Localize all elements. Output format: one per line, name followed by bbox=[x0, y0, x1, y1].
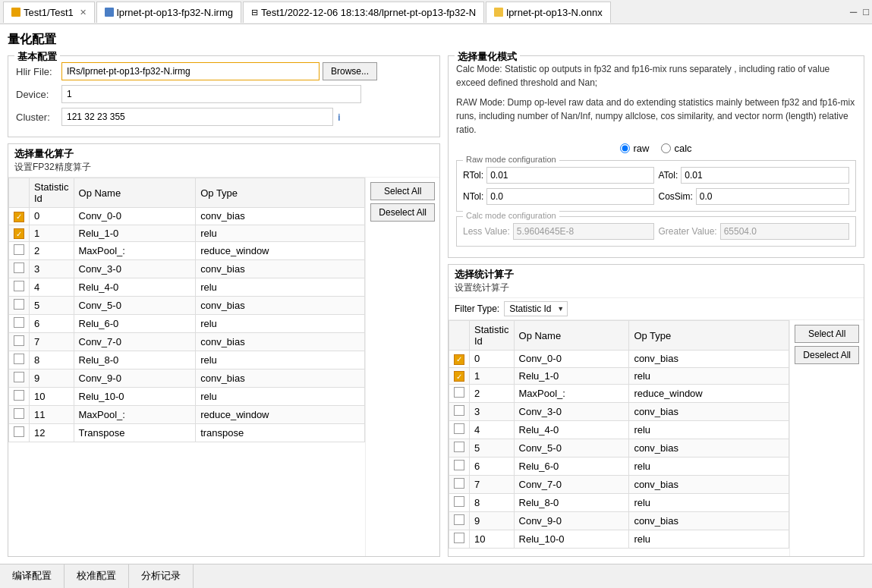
radio-row: raw calc bbox=[456, 143, 856, 154]
stat-op-title: 选择统计算子 bbox=[455, 268, 858, 281]
stat-row-optype-3: conv_bias bbox=[629, 403, 789, 421]
row-cb-7[interactable] bbox=[9, 333, 30, 351]
atol-input[interactable] bbox=[681, 167, 849, 184]
device-label: Device: bbox=[16, 89, 61, 100]
tab-test1[interactable]: Test1/Test1 ✕ bbox=[3, 2, 95, 23]
quant-op-col-type: Op Type bbox=[196, 178, 365, 208]
radio-calc-label[interactable]: calc bbox=[661, 143, 691, 154]
stat-row-cb-10[interactable] bbox=[449, 530, 470, 549]
stat-row-optype-10: relu bbox=[629, 530, 789, 549]
maximize-icon[interactable]: □ bbox=[863, 6, 869, 17]
tab-analysis-log[interactable]: 分析记录 bbox=[129, 564, 194, 588]
stat-row-cb-7[interactable] bbox=[449, 476, 470, 494]
filter-select[interactable]: Statistic Id Op Name Op Type bbox=[504, 301, 568, 316]
stat-row-cb-8[interactable] bbox=[449, 494, 470, 512]
row-cb-11[interactable] bbox=[9, 406, 30, 424]
row-cb-9[interactable] bbox=[9, 369, 30, 388]
table-row: ✓ 1 Relu_1-0 relu bbox=[449, 367, 789, 385]
row-cb-8[interactable] bbox=[9, 351, 30, 369]
quant-op-buttons: Select All Deselect All bbox=[365, 178, 439, 556]
stat-row-cb-1[interactable]: ✓ bbox=[449, 367, 470, 385]
row-opname-11: MaxPool_: bbox=[74, 406, 196, 424]
row-cb-10[interactable] bbox=[9, 388, 30, 406]
quant-deselect-all-button[interactable]: Deselect All bbox=[370, 203, 435, 222]
row-cb-6[interactable] bbox=[9, 315, 30, 333]
row-opname-3: Conv_3-0 bbox=[74, 260, 196, 278]
stat-op-col-type: Op Type bbox=[629, 321, 789, 351]
row-cb-0[interactable]: ✓ bbox=[9, 208, 30, 225]
stat-row-cb-3[interactable] bbox=[449, 403, 470, 421]
stat-row-cb-4[interactable] bbox=[449, 421, 470, 439]
cossim-input[interactable] bbox=[696, 188, 849, 205]
rtol-row: RTol: bbox=[463, 167, 654, 184]
ntol-input[interactable] bbox=[486, 188, 653, 205]
row-cb-2[interactable] bbox=[9, 242, 30, 260]
info-icon[interactable]: i bbox=[338, 112, 341, 123]
row-id-0: 0 bbox=[30, 208, 74, 225]
row-cb-12[interactable] bbox=[9, 424, 30, 442]
browse-button[interactable]: Browse... bbox=[323, 62, 377, 80]
greater-label: Greater Value: bbox=[659, 226, 717, 237]
row-cb-5[interactable] bbox=[9, 297, 30, 315]
stat-row-cb-6[interactable] bbox=[449, 458, 470, 476]
row-optype-3: conv_bias bbox=[196, 260, 365, 278]
row-optype-7: conv_bias bbox=[196, 333, 365, 351]
stat-op-table-wrapper[interactable]: Statistic Id Op Name Op Type ✓ 0 Conv_0-… bbox=[449, 320, 789, 556]
stat-select-all-button[interactable]: Select All bbox=[795, 325, 859, 343]
row-opname-8: Relu_8-0 bbox=[74, 351, 196, 369]
basic-config-title: 基本配置 bbox=[14, 50, 60, 64]
calc-config-group: Calc mode configuration Less Value: Grea… bbox=[456, 216, 856, 247]
stat-op-subtitle: 设置统计算子 bbox=[455, 281, 858, 294]
row-cb-4[interactable] bbox=[9, 278, 30, 297]
tab-calibrate-config[interactable]: 校准配置 bbox=[65, 564, 129, 588]
table-row: 5 Conv_5-0 conv_bias bbox=[449, 439, 789, 458]
table-row: 2 MaxPool_: reduce_window bbox=[9, 242, 365, 260]
row-id-9: 9 bbox=[30, 369, 74, 388]
stat-row-opname-8: Relu_8-0 bbox=[514, 494, 629, 512]
minimize-icon[interactable]: ─ bbox=[850, 6, 857, 17]
tab-irmg[interactable]: lprnet-pt-op13-fp32-N.irmg bbox=[96, 2, 241, 23]
greater-row: Greater Value: bbox=[659, 223, 850, 240]
raw-config-group: Raw mode configuration RTol: ATol: NTol: bbox=[456, 160, 856, 212]
tab-onnx[interactable]: lprnet-pt-op13-N.onnx bbox=[486, 2, 610, 23]
row-cb-1[interactable]: ✓ bbox=[9, 225, 30, 242]
ntol-row: NTol: bbox=[463, 188, 654, 205]
table-row: 3 Conv_3-0 conv_bias bbox=[9, 260, 365, 278]
quant-op-col-id: Statistic Id bbox=[30, 178, 74, 208]
table-row: 4 Relu_4-0 relu bbox=[9, 278, 365, 297]
quant-op-table-wrapper[interactable]: Statistic Id Op Name Op Type ✓ 0 Conv_0-… bbox=[8, 178, 365, 556]
stat-row-cb-9[interactable] bbox=[449, 512, 470, 530]
radio-calc-text: calc bbox=[674, 143, 691, 154]
stat-row-optype-6: relu bbox=[629, 458, 789, 476]
stat-row-id-1: 1 bbox=[470, 367, 515, 385]
tab-datetime[interactable]: ⊟ Test1/2022-12-06 18:13:48/lprnet-pt-op… bbox=[243, 2, 484, 23]
rtol-input[interactable] bbox=[486, 167, 653, 184]
tab-close-test1[interactable]: ✕ bbox=[80, 8, 87, 17]
row-id-8: 8 bbox=[30, 351, 74, 369]
row-optype-6: relu bbox=[196, 315, 365, 333]
hlir-input[interactable] bbox=[61, 62, 320, 80]
device-input[interactable] bbox=[61, 85, 361, 103]
raw-config-legend: Raw mode configuration bbox=[463, 155, 559, 164]
quant-desc2: RAW Mode: Dump op-level raw data and do … bbox=[456, 96, 856, 137]
radio-raw-label[interactable]: raw bbox=[620, 143, 649, 154]
stat-row-cb-5[interactable] bbox=[449, 439, 470, 458]
stat-row-id-5: 5 bbox=[470, 439, 515, 458]
stat-deselect-all-button[interactable]: Deselect All bbox=[795, 346, 859, 364]
quant-op-col-name: Op Name bbox=[74, 178, 196, 208]
radio-calc-input[interactable] bbox=[661, 143, 671, 153]
row-optype-1: relu bbox=[196, 225, 365, 242]
tab-icon-onnx bbox=[494, 8, 503, 17]
stat-row-optype-9: conv_bias bbox=[629, 512, 789, 530]
tab-compile-config[interactable]: 编译配置 bbox=[0, 564, 65, 588]
cluster-input[interactable] bbox=[61, 108, 333, 126]
table-row: 4 Relu_4-0 relu bbox=[449, 421, 789, 439]
row-cb-3[interactable] bbox=[9, 260, 30, 278]
radio-raw-input[interactable] bbox=[620, 143, 630, 153]
quant-op-body: Statistic Id Op Name Op Type ✓ 0 Conv_0-… bbox=[8, 178, 439, 556]
quant-select-all-button[interactable]: Select All bbox=[370, 182, 435, 200]
bottom-tabs: 编译配置 校准配置 分析记录 bbox=[0, 564, 872, 588]
stat-row-id-3: 3 bbox=[470, 403, 515, 421]
stat-row-cb-0[interactable]: ✓ bbox=[449, 351, 470, 368]
stat-row-cb-2[interactable] bbox=[449, 385, 470, 403]
